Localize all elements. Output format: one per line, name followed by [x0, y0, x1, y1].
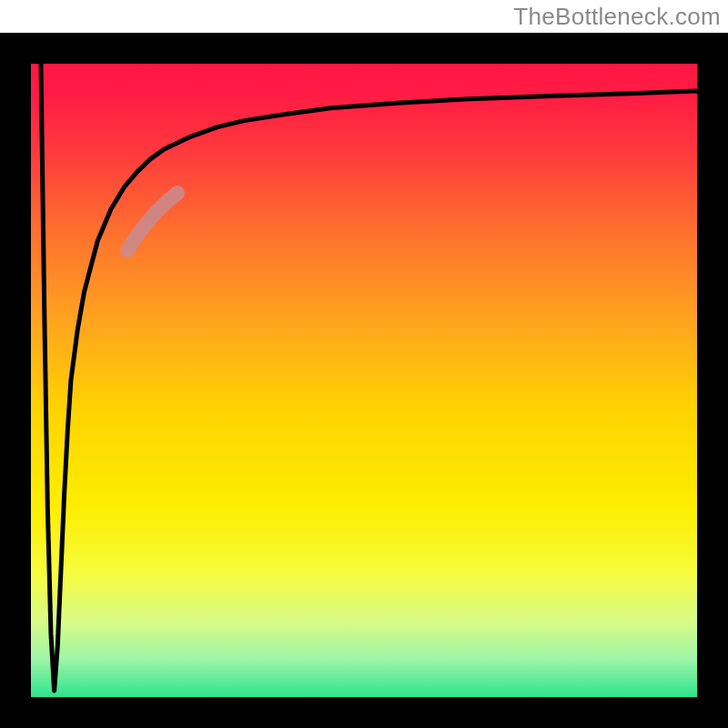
chart-container: TheBottleneck.com [0, 0, 728, 728]
attribution-text: TheBottleneck.com [513, 3, 721, 31]
bottleneck-chart [0, 0, 728, 728]
plot-background [31, 64, 697, 697]
